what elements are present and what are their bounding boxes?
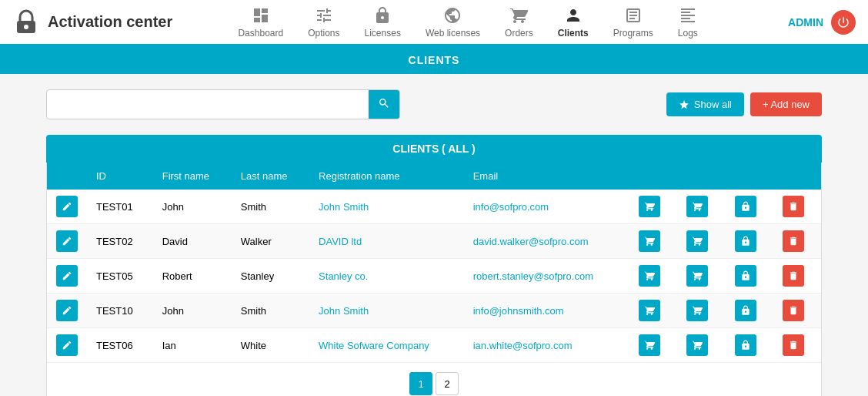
reg-name-link[interactable]: John Smith — [319, 305, 369, 317]
reg-name-link[interactable]: White Sofware Company — [319, 340, 429, 351]
col-id: ID — [87, 163, 153, 190]
clients-icon — [564, 6, 583, 25]
search-input[interactable] — [47, 92, 369, 116]
cart1-button[interactable] — [639, 300, 660, 321]
edit-button[interactable] — [56, 196, 78, 217]
cell-last-name: Smith — [232, 294, 309, 328]
edit-button[interactable] — [56, 230, 78, 252]
nav-item-licenses[interactable]: Licenses — [352, 0, 413, 45]
lock-button[interactable] — [735, 196, 756, 217]
cart2-button[interactable] — [686, 334, 708, 356]
col-action1 — [629, 163, 677, 190]
edit-icon — [62, 201, 72, 212]
orders-icon — [509, 6, 528, 25]
cell-lock — [726, 328, 773, 363]
lock-button[interactable] — [735, 265, 756, 287]
col-reg-name: Registration name — [309, 163, 464, 190]
cart2-button[interactable] — [686, 230, 708, 252]
cart2-button[interactable] — [686, 196, 708, 217]
email-link[interactable]: ian.white@sofpro.com — [473, 340, 573, 351]
cart2-button[interactable] — [686, 300, 708, 321]
cell-last-name: White — [232, 328, 309, 363]
edit-icon — [62, 340, 72, 351]
table-body: TEST01 John Smith John Smith info@sofpro… — [47, 190, 821, 363]
search-button[interactable] — [369, 90, 399, 119]
header: Activation center Dashboard Options Lice… — [0, 0, 868, 46]
cart2-icon — [692, 236, 703, 247]
app-title: Activation center — [48, 13, 172, 31]
reg-name-link[interactable]: Stanley co. — [319, 270, 368, 282]
cart2-icon — [692, 305, 703, 316]
delete-button[interactable] — [783, 265, 804, 287]
add-new-button[interactable]: + Add new — [750, 92, 822, 116]
nav-item-clients[interactable]: Clients — [546, 0, 601, 45]
cart1-button[interactable] — [639, 334, 660, 356]
cell-email: robert.stanley@sofpro.com — [464, 259, 630, 294]
cell-cart2 — [677, 190, 725, 224]
delete-button[interactable] — [783, 300, 804, 321]
cell-id: TEST06 — [87, 328, 153, 363]
nav-item-dashboard[interactable]: Dashboard — [225, 0, 295, 45]
delete-button[interactable] — [783, 230, 804, 252]
reg-name-link[interactable]: DAVID ltd — [319, 236, 362, 247]
cart2-button[interactable] — [686, 265, 708, 287]
cell-cart1 — [629, 294, 677, 328]
search-input-wrap — [46, 89, 400, 119]
cell-first-name: John — [153, 294, 232, 328]
search-actions: Show all + Add new — [666, 92, 822, 116]
search-bar: Show all + Add new — [46, 89, 822, 119]
edit-button[interactable] — [56, 265, 78, 287]
col-action3 — [726, 163, 773, 190]
cell-lock — [726, 259, 773, 294]
cell-edit — [47, 259, 87, 294]
cell-id: TEST02 — [87, 224, 153, 259]
cell-cart1 — [629, 190, 677, 224]
cart1-button[interactable] — [639, 230, 660, 252]
nav-item-options[interactable]: Options — [295, 0, 352, 45]
logs-icon — [679, 6, 697, 25]
dashboard-icon — [252, 6, 270, 25]
page-title-bar: CLIENTS — [0, 46, 868, 74]
page-button-1[interactable]: 1 — [409, 372, 432, 395]
cart1-icon — [644, 340, 655, 351]
nav-item-orders[interactable]: Orders — [492, 0, 546, 45]
col-actions — [47, 163, 87, 190]
edit-button[interactable] — [56, 334, 78, 356]
lock-row-icon — [740, 270, 751, 281]
edit-button[interactable] — [56, 300, 78, 321]
pagination: 1 2 — [47, 363, 821, 396]
email-link[interactable]: robert.stanley@sofpro.com — [473, 270, 593, 282]
licenses-icon — [373, 6, 392, 25]
cell-id: TEST01 — [87, 190, 153, 224]
lock-row-icon — [740, 201, 751, 212]
cell-lock — [726, 294, 773, 328]
nav-item-logs[interactable]: Logs — [666, 0, 710, 45]
col-action4 — [773, 163, 821, 190]
web-licenses-icon — [443, 6, 462, 25]
cart1-button[interactable] — [639, 196, 660, 217]
page-button-2[interactable]: 2 — [436, 372, 459, 395]
star-icon — [679, 99, 689, 110]
cell-last-name: Walker — [232, 224, 309, 259]
email-link[interactable]: info@johnsmith.com — [473, 305, 564, 317]
nav-item-web-licenses[interactable]: Web licenses — [413, 0, 492, 45]
email-link[interactable]: info@sofpro.com — [473, 201, 549, 213]
lock-button[interactable] — [735, 300, 756, 321]
cart1-icon — [644, 201, 655, 212]
cell-cart2 — [677, 224, 725, 259]
cart1-button[interactable] — [639, 265, 660, 287]
lock-button[interactable] — [735, 230, 756, 252]
delete-button[interactable] — [783, 334, 804, 356]
admin-label: ADMIN — [788, 16, 823, 29]
delete-button[interactable] — [783, 196, 804, 217]
lock-button[interactable] — [735, 334, 756, 356]
cart2-icon — [692, 270, 703, 281]
show-all-button[interactable]: Show all — [666, 92, 744, 116]
nav-item-programs[interactable]: Programs — [601, 0, 666, 45]
reg-name-link[interactable]: John Smith — [319, 201, 369, 213]
delete-icon — [788, 270, 799, 281]
logout-button[interactable] — [831, 10, 856, 35]
cell-first-name: John — [153, 190, 232, 224]
cell-cart1 — [629, 224, 677, 259]
email-link[interactable]: david.walker@sofpro.com — [473, 236, 589, 247]
